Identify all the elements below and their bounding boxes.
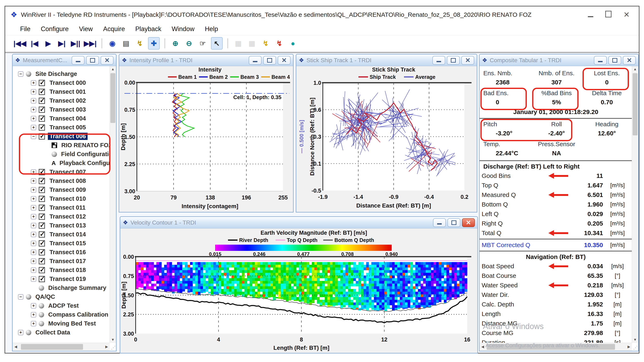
tree-checkbox[interactable] <box>39 80 45 86</box>
reprocess-transect-icon[interactable]: ↯ <box>260 38 271 49</box>
tree-expander-icon[interactable]: + <box>31 223 36 228</box>
tree-hscroll-thumb[interactable] <box>21 344 83 350</box>
scroll-up-icon[interactable]: ▲ <box>110 66 116 72</box>
scroll-right-icon[interactable]: ▶ <box>104 344 110 350</box>
tree-expander-icon[interactable]: + <box>31 321 36 326</box>
zoom-in-icon[interactable]: ⊕ <box>170 38 181 49</box>
tree-expander-icon[interactable]: + <box>31 89 36 95</box>
tree-expander-icon[interactable]: + <box>18 330 24 335</box>
tree-expander-icon[interactable]: + <box>31 214 36 219</box>
tree-item-transect-019[interactable]: +Transect 019 <box>13 275 110 283</box>
scroll-down-icon[interactable]: ▼ <box>110 337 116 343</box>
tabular-close-button[interactable]: ✕ <box>623 56 636 65</box>
scroll-down-icon[interactable]: ▼ <box>632 337 638 343</box>
tabular-minimize-button[interactable] <box>594 56 607 65</box>
tree-item-collect-data[interactable]: +Collect Data <box>13 328 110 337</box>
tabular-hscroll-thumb[interactable] <box>486 344 615 350</box>
pan-hand-icon[interactable]: ☞ <box>197 38 208 49</box>
intensity-minimize-button[interactable] <box>249 56 262 65</box>
select-arrow-icon[interactable]: ↖ <box>211 37 222 50</box>
velocity-maximize-button[interactable] <box>448 218 460 227</box>
tree-checkbox[interactable] <box>39 267 45 273</box>
tree-checkbox[interactable] <box>39 169 45 175</box>
tree-expander-icon[interactable]: + <box>31 250 36 255</box>
shiptrack-panel-titlebar[interactable]: ❖ Stick Ship Track 1 - TRDI ✕ <box>296 55 477 66</box>
tree-expander-icon[interactable]: + <box>31 107 36 112</box>
tree-checkbox[interactable] <box>39 98 45 104</box>
menu-item-playback[interactable]: Playback <box>135 25 161 33</box>
globe-view-icon[interactable]: ● <box>288 38 298 49</box>
scroll-up-icon[interactable]: ▲ <box>632 66 638 72</box>
tree-item-transect-013[interactable]: +Transect 013 <box>13 221 110 230</box>
tree-checkbox[interactable] <box>39 187 45 193</box>
measurement-panel-titlebar[interactable]: ❖ MeasurementC... ✕ <box>13 55 116 66</box>
tree-expander-icon[interactable]: + <box>31 267 36 273</box>
tree-checkbox[interactable] <box>39 107 45 113</box>
tree-horizontal-scrollbar[interactable]: ◀ ▶ <box>13 343 110 351</box>
menu-item-window[interactable]: Window <box>172 25 194 33</box>
tree-item-site-discharge[interactable]: −Site Discharge <box>13 69 110 78</box>
window-minimize-button[interactable] <box>588 11 593 19</box>
window-maximize-button[interactable] <box>605 11 612 19</box>
intensity-maximize-button[interactable] <box>263 56 276 65</box>
tree-item-transect-011[interactable]: +Transect 011 <box>13 203 110 212</box>
measurement-minimize-button[interactable] <box>72 56 84 65</box>
velocity-panel-titlebar[interactable]: ❖ Velocity Contour 1 - TRDI ✕ <box>120 217 477 229</box>
tree-expander-icon[interactable]: + <box>31 276 36 282</box>
tabular-scroll-thumb[interactable] <box>632 73 638 135</box>
tree-expander-icon[interactable]: + <box>31 259 36 264</box>
tree-checkbox[interactable] <box>39 231 45 238</box>
tree-expander-icon[interactable]: + <box>31 187 36 193</box>
tree-expander-icon[interactable]: + <box>31 303 36 308</box>
tree-item-transect-001[interactable]: +Transect 001 <box>13 87 110 96</box>
intensity-panel-titlebar[interactable]: ❖ Intensity Profile 1 - TRDI ✕ <box>119 55 293 66</box>
menu-item-help[interactable]: Help <box>205 25 218 33</box>
velocity-minimize-button[interactable] <box>433 218 446 227</box>
tree-item-qa-qc[interactable]: −QA/QC <box>13 292 110 301</box>
go-last-ensemble-icon[interactable]: ▶▶| <box>84 38 97 49</box>
tree-checkbox[interactable] <box>39 249 45 255</box>
tabular-horizontal-scrollbar[interactable]: ◀ ▶ <box>480 343 632 351</box>
tree-scroll-thumb[interactable] <box>110 73 115 123</box>
tree-checkbox[interactable] <box>39 223 45 229</box>
velocity-close-button[interactable]: ✕ <box>462 218 475 227</box>
intensity-close-button[interactable]: ✕ <box>278 56 290 65</box>
tree-expander-icon[interactable]: + <box>31 312 36 317</box>
ensemble-locator-icon[interactable]: ◉ <box>107 38 118 49</box>
tree-item-transect-006[interactable]: −Transect 006 <box>13 132 110 141</box>
tree-item-transect-012[interactable]: +Transect 012 <box>13 212 110 221</box>
shiptrack-minimize-button[interactable] <box>432 56 445 65</box>
menu-item-acquire[interactable]: Acquire <box>103 25 125 33</box>
tree-checkbox[interactable] <box>39 205 45 211</box>
tree-item-transect-009[interactable]: +Transect 009 <box>13 185 110 194</box>
tree-expander-icon[interactable]: + <box>31 169 36 175</box>
menu-item-file[interactable]: File <box>20 25 30 33</box>
tree-item-transect-016[interactable]: +Transect 016 <box>13 248 110 257</box>
tabular-panel-titlebar[interactable]: ❖ Composite Tabular 1 - TRDI ✕ <box>480 55 638 66</box>
tabular-vertical-scrollbar[interactable]: ▲ ▼ <box>632 66 638 343</box>
tree-checkbox[interactable] <box>39 124 45 131</box>
tree-item-transect-008[interactable]: +Transect 008 <box>13 176 110 185</box>
tree-checkbox[interactable] <box>39 115 45 122</box>
resize-grip[interactable]: ⋰ <box>633 345 638 350</box>
tree-expander-icon[interactable]: − <box>31 134 36 139</box>
tree-checkbox[interactable] <box>39 89 45 95</box>
tree-item-transect-004[interactable]: +Transect 004 <box>13 114 110 123</box>
tree-expander-icon[interactable]: + <box>31 205 36 211</box>
tree-expander-icon[interactable]: + <box>31 178 36 184</box>
shiptrack-close-button[interactable]: ✕ <box>461 56 474 65</box>
tree-item-discharge-summary[interactable]: Discharge Summary <box>13 283 110 292</box>
app-titlebar[interactable]: ❖ WinRiver II - Teledyne RD Instruments … <box>5 7 639 23</box>
tree-item-transect-005[interactable]: +Transect 005 <box>13 123 110 132</box>
tree-vertical-scrollbar[interactable]: ▲ ▼ <box>110 66 116 343</box>
scroll-right-icon[interactable]: ▶ <box>626 344 632 350</box>
shiptrack-maximize-button[interactable] <box>447 56 460 65</box>
tree-item-compass-calibration[interactable]: +Compass Calibration <box>13 310 110 319</box>
tree-expander-icon[interactable]: − <box>18 294 24 300</box>
tree-checkbox[interactable] <box>39 214 45 220</box>
tree-item-transect-002[interactable]: +Transect 002 <box>13 96 110 105</box>
scroll-left-icon[interactable]: ◀ <box>13 344 19 350</box>
tree-item-transect-010[interactable]: +Transect 010 <box>13 194 110 203</box>
tree-item-rio-renato-foz-25-0[interactable]: RIO RENATO FOZ_25_0 <box>13 141 110 150</box>
measurement-close-button[interactable]: ✕ <box>101 56 114 65</box>
